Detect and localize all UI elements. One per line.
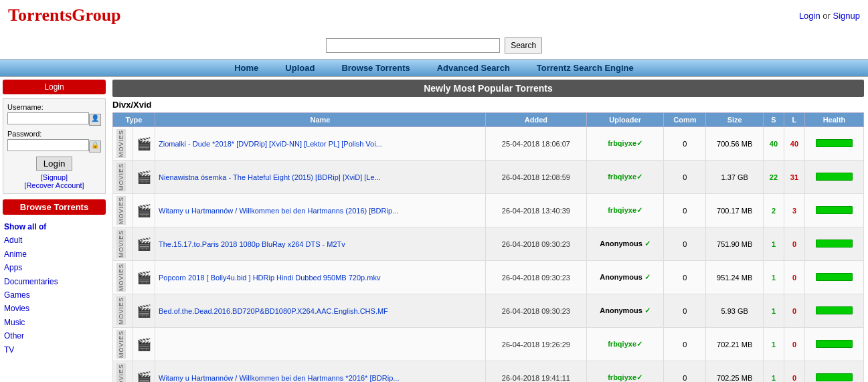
auth-or: or bbox=[822, 11, 831, 21]
browse-link-music[interactable]: Music bbox=[4, 316, 104, 329]
health-bar bbox=[816, 306, 853, 314]
signup-link[interactable]: Signup bbox=[833, 11, 860, 21]
search-button[interactable]: Search bbox=[505, 37, 542, 54]
type-icon-cell: 🎬 bbox=[133, 261, 155, 294]
torrent-size-cell: 702.25 MB bbox=[706, 361, 764, 382]
th-health: Health bbox=[804, 113, 863, 127]
torrent-seeds-cell: 1 bbox=[763, 294, 784, 328]
browse-link-apps[interactable]: Apps bbox=[4, 261, 104, 274]
torrent-leeches-cell: 0 bbox=[784, 361, 804, 382]
torrent-health-cell bbox=[804, 227, 863, 261]
uploader-name[interactable]: frbqiyxe bbox=[608, 340, 636, 348]
browse-box-title: Browse Torrents bbox=[20, 202, 88, 212]
nav-advanced-search[interactable]: Advanced Search bbox=[437, 63, 510, 73]
nav-torrentz[interactable]: Torrentz Search Engine bbox=[537, 63, 634, 73]
torrent-uploader-cell: frbqiyxe✓ bbox=[586, 328, 664, 361]
film-icon: 🎬 bbox=[137, 271, 151, 284]
uploader-name[interactable]: frbqiyxe bbox=[608, 373, 636, 381]
browse-link-documentaries[interactable]: Documentaries bbox=[4, 275, 104, 288]
torrent-added-cell: 26-04-2018 09:30:23 bbox=[485, 261, 586, 294]
health-bar bbox=[816, 173, 853, 181]
torrent-leeches-cell: 0 bbox=[784, 328, 804, 361]
nav-home[interactable]: Home bbox=[234, 63, 258, 73]
th-uploader: Uploader bbox=[586, 113, 664, 127]
health-bar bbox=[816, 273, 853, 281]
torrent-uploader-cell: frbqiyxe✓ bbox=[586, 361, 664, 382]
torrent-health-cell bbox=[804, 127, 863, 161]
login-button[interactable]: Login bbox=[36, 157, 73, 171]
browse-link-show-all[interactable]: Show all of bbox=[4, 220, 104, 233]
sidebar: Login Username: 👤 Password: 🔒 Login [Sig… bbox=[0, 77, 108, 382]
torrent-name-link[interactable]: Bed.of.the.Dead.2016.BD720P&BD1080P.X264… bbox=[159, 307, 388, 315]
category-vertical-label: MOVIES bbox=[116, 129, 126, 158]
torrent-seeds-cell: 40 bbox=[763, 127, 784, 161]
username-input[interactable] bbox=[7, 112, 89, 124]
search-input[interactable] bbox=[326, 38, 500, 53]
uploader-name[interactable]: frbqiyxe bbox=[608, 206, 636, 214]
login-box-header: Login bbox=[3, 80, 106, 94]
type-vertical-cell: MOVIES bbox=[113, 227, 133, 261]
type-icon-cell: 🎬 bbox=[133, 328, 155, 361]
torrent-name-link[interactable]: Witamy u Hartmannów / Willkommen bei den… bbox=[159, 374, 399, 382]
type-icon-cell: 🎬 bbox=[133, 127, 155, 161]
type-icon-cell: 🎬 bbox=[133, 294, 155, 328]
category-vertical-label: MOVIES bbox=[116, 296, 126, 325]
torrent-name-link[interactable]: The.15.17.to.Paris 2018 1080p BluRay x26… bbox=[159, 240, 345, 248]
nav-upload[interactable]: Upload bbox=[285, 63, 315, 73]
torrent-added-cell: 26-04-2018 19:26:29 bbox=[485, 328, 586, 361]
category-vertical-label: MOVIES bbox=[116, 163, 126, 191]
browse-link-movies[interactable]: Movies bbox=[4, 302, 104, 315]
torrent-name-link[interactable]: Popcorn 2018 [ Bolly4u.bid ] HDRip Hindi… bbox=[159, 274, 380, 282]
browse-link-adult[interactable]: Adult bbox=[4, 233, 104, 247]
torrent-name-link[interactable]: Nienawistna ósemka - The Hateful Eight (… bbox=[159, 173, 381, 181]
torrent-health-cell bbox=[804, 161, 863, 194]
th-seeds: S bbox=[763, 113, 784, 127]
type-vertical-cell: MOVIES bbox=[113, 361, 133, 382]
torrent-name-cell: Popcorn 2018 [ Bolly4u.bid ] HDRip Hindi… bbox=[155, 261, 486, 294]
torrent-comm-cell: 0 bbox=[664, 361, 706, 382]
password-icon-btn[interactable]: 🔒 bbox=[89, 140, 101, 153]
torrent-leeches-cell: 0 bbox=[784, 227, 804, 261]
category-vertical-label: MOVIES bbox=[116, 363, 126, 382]
th-leeches: L bbox=[784, 113, 804, 127]
torrent-size-cell: 700.56 MB bbox=[706, 127, 764, 161]
uploader-name[interactable]: frbqiyxe bbox=[608, 139, 636, 147]
torrent-added-cell: 26-04-2018 09:30:23 bbox=[485, 227, 586, 261]
uploader-check-icon: ✓ bbox=[636, 340, 642, 348]
password-input[interactable] bbox=[7, 139, 89, 151]
torrent-health-cell bbox=[804, 294, 863, 328]
film-icon: 🎬 bbox=[137, 304, 151, 318]
torrent-name-link[interactable]: Witamy u Hartmannów / Willkommen bei den… bbox=[159, 207, 398, 215]
content-area: Newly Most Popular Torrents Divx/Xvid Ty… bbox=[108, 77, 868, 382]
torrent-name-link[interactable]: Ziomalki - Dude *2018* [DVDRip] [XviD-NN… bbox=[159, 140, 382, 148]
health-bar bbox=[816, 139, 853, 147]
nav-browse-torrents[interactable]: Browse Torrents bbox=[341, 63, 410, 73]
site-logo: TorrentsGroup bbox=[8, 5, 121, 25]
browse-link-anime[interactable]: Anime bbox=[4, 248, 104, 261]
search-area: Search bbox=[0, 31, 868, 59]
recover-account-link[interactable]: [Recover Account] bbox=[24, 181, 84, 189]
film-icon: 🎬 bbox=[137, 171, 151, 184]
torrent-table: Type Name Added Uploader Comm Size S L H… bbox=[112, 112, 864, 382]
username-icon-btn[interactable]: 👤 bbox=[89, 114, 101, 126]
torrent-comm-cell: 0 bbox=[664, 294, 706, 328]
torrent-seeds-cell: 1 bbox=[763, 261, 784, 294]
type-icon-cell: 🎬 bbox=[133, 361, 155, 382]
torrent-size-cell: 5.93 GB bbox=[706, 294, 764, 328]
browse-link-tv[interactable]: TV bbox=[4, 343, 104, 357]
torrent-uploader-cell: frbqiyxe✓ bbox=[586, 127, 664, 161]
film-icon: 🎬 bbox=[137, 237, 151, 251]
torrent-seeds-cell: 1 bbox=[763, 227, 784, 261]
torrent-uploader-cell: Anonymous ✓ bbox=[586, 294, 664, 328]
signup-sidebar-link[interactable]: [Signup] bbox=[41, 173, 68, 181]
film-icon: 🎬 bbox=[137, 204, 151, 217]
type-vertical-cell: MOVIES bbox=[113, 161, 133, 194]
browse-link-other[interactable]: Other bbox=[4, 329, 104, 343]
browse-link-games[interactable]: Games bbox=[4, 288, 104, 302]
torrent-health-cell bbox=[804, 194, 863, 227]
torrent-comm-cell: 0 bbox=[664, 227, 706, 261]
uploader-name[interactable]: frbqiyxe bbox=[608, 173, 636, 181]
login-link[interactable]: Login bbox=[799, 11, 820, 21]
torrent-seeds-cell: 2 bbox=[763, 194, 784, 227]
table-row: MOVIES 🎬 Witamy u Hartmannów / Willkomme… bbox=[113, 194, 864, 227]
